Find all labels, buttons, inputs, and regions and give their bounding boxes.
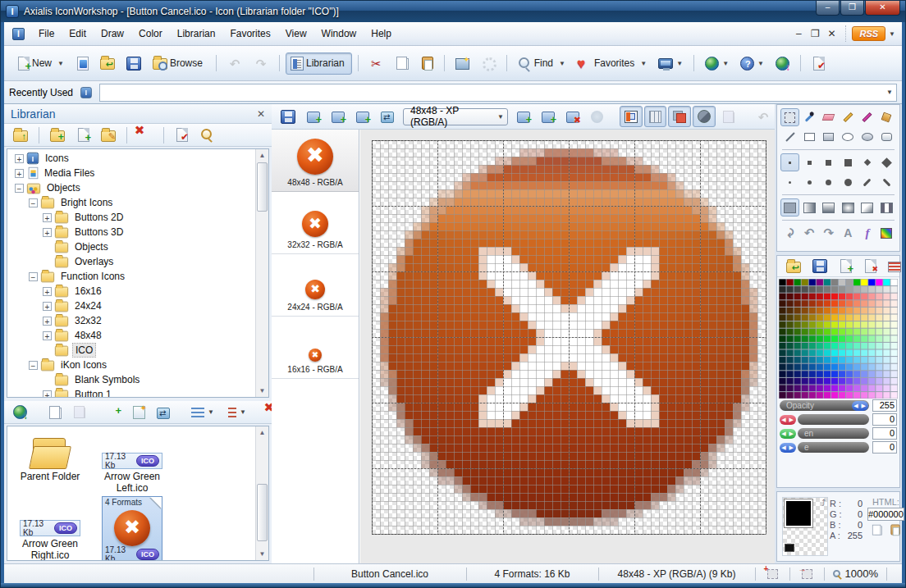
diamond-small-tool[interactable]	[858, 153, 876, 171]
eraser-tool[interactable]	[819, 108, 838, 126]
slider-value-field[interactable]: 255	[872, 399, 897, 412]
web-download-button[interactable]	[771, 52, 794, 75]
convert-icon-button[interactable]	[152, 402, 175, 423]
chevron-down-icon[interactable]: ▼	[886, 89, 893, 96]
colors-tool[interactable]	[877, 224, 896, 242]
delete-format-button[interactable]	[561, 106, 584, 127]
size-2-tool[interactable]	[800, 153, 819, 171]
close-button[interactable]: ✕	[865, 1, 900, 16]
open-palette-button[interactable]	[781, 256, 806, 277]
new-palette-button[interactable]	[834, 255, 857, 277]
close-icon[interactable]: ✕	[257, 108, 265, 120]
rotate-left-tool[interactable]	[780, 224, 799, 242]
save-button[interactable]	[121, 52, 146, 75]
download-button[interactable]	[8, 401, 32, 423]
tree-item-objects[interactable]: Objects	[7, 239, 255, 254]
chevron-down-icon[interactable]: ▼	[57, 60, 64, 67]
menu-favorites[interactable]: Favorites	[222, 25, 277, 43]
blue-slider[interactable]: ◀ ▶e0	[777, 440, 899, 454]
scroll-down-icon[interactable]: ▼	[256, 548, 268, 560]
new-folder-button[interactable]	[45, 125, 70, 146]
menu-librarian[interactable]: Librarian	[170, 25, 223, 43]
swap-colors-icon[interactable]: ⤴	[821, 498, 826, 508]
chevron-down-icon[interactable]: ▼	[676, 60, 683, 67]
fill-solid-tool[interactable]	[780, 198, 799, 217]
tree-item-ikon-icons[interactable]: −iKon Icons	[7, 358, 255, 372]
format-item-32x32[interactable]: 32x32 - RGB/A	[272, 192, 359, 254]
rect-filled-tool[interactable]	[819, 128, 838, 146]
color-palette[interactable]	[779, 279, 898, 399]
new-button[interactable]: New▼	[11, 52, 69, 75]
librarian-button[interactable]: Librarian	[286, 52, 352, 75]
format-item-48x48[interactable]: 48x48 - RGB/A	[272, 130, 359, 192]
expand-icon[interactable]: +	[43, 213, 52, 222]
dot-1-tool[interactable]	[780, 173, 799, 191]
new-format-from-image-button[interactable]	[327, 106, 350, 127]
tree-item-ico[interactable]: ICO	[7, 343, 255, 358]
delete-button[interactable]	[133, 124, 158, 146]
toggle-format-panel-button[interactable]	[620, 106, 643, 127]
fill-tool[interactable]	[877, 108, 896, 126]
paste-html-icon[interactable]	[891, 525, 900, 536]
delete-palette-button[interactable]	[858, 255, 881, 277]
expand-icon[interactable]: +	[43, 331, 52, 340]
parent-folder-button[interactable]	[8, 125, 33, 146]
palette-list-button[interactable]	[883, 256, 906, 276]
tree-item-objects[interactable]: −Objects	[7, 180, 255, 195]
paste-button[interactable]	[415, 52, 438, 74]
chevron-down-icon[interactable]: ▼	[722, 60, 729, 67]
import-image-button[interactable]	[351, 106, 374, 127]
add-icon-button[interactable]	[102, 401, 126, 423]
chevron-down-icon[interactable]: ▼	[757, 60, 764, 67]
ellipse-tool[interactable]	[839, 128, 858, 146]
tree-item-16x16[interactable]: +16x16	[7, 284, 255, 299]
document-icon[interactable]: I	[12, 28, 25, 40]
help-button[interactable]: ▼	[735, 52, 769, 75]
find-button[interactable]: Find▼	[513, 52, 570, 75]
gradient-bars-tool[interactable]	[877, 198, 896, 217]
tree-item-media-files[interactable]: +Media Files	[7, 166, 255, 180]
eyedropper-tool[interactable]	[800, 108, 819, 126]
foreground-color-swatch[interactable]	[785, 499, 812, 527]
pencil-tool[interactable]	[839, 108, 858, 126]
green-slider[interactable]: ◀ ▶en0	[777, 426, 899, 440]
slider-value-field[interactable]: 0	[872, 441, 897, 454]
dot-4-tool[interactable]	[839, 173, 858, 191]
slider-value-field[interactable]: 0	[872, 413, 897, 426]
recently-used-field[interactable]: ▼	[99, 84, 897, 102]
menu-draw[interactable]: Draw	[94, 25, 131, 43]
gradient-horizontal-tool[interactable]	[800, 198, 819, 217]
menu-file[interactable]: File	[31, 25, 62, 43]
slider-arrows[interactable]: ◀ ▶	[780, 415, 796, 425]
icon-wizard-button[interactable]	[128, 402, 150, 423]
save-icon-button[interactable]	[276, 106, 300, 128]
background-color-swatch[interactable]	[785, 544, 794, 552]
slider-arrows[interactable]: ◀ ▶	[780, 429, 796, 439]
line-tool[interactable]	[780, 128, 799, 146]
format-item-24x24[interactable]: 24x24 - RGB/A	[272, 254, 359, 317]
zoom-indicator[interactable]: 1000%	[825, 567, 886, 580]
slash-tool[interactable]	[858, 173, 876, 191]
toggle-transparency-button[interactable]	[693, 106, 716, 127]
tree-item-bright-icons[interactable]: −Bright Icons	[7, 195, 255, 210]
backslash-tool[interactable]	[877, 173, 896, 191]
menu-window[interactable]: Window	[314, 25, 364, 43]
chevron-down-icon[interactable]: ▼	[889, 30, 895, 38]
file-item-parent-folder[interactable]: Parent Folder	[9, 426, 91, 494]
expand-icon[interactable]: +	[15, 169, 24, 178]
browse-button[interactable]: Browse	[148, 52, 210, 74]
opacity-slider[interactable]: ◀ ▶Opacity255	[777, 399, 899, 413]
save-palette-button[interactable]	[808, 255, 832, 277]
chevron-down-icon[interactable]: ▼	[640, 60, 647, 67]
mdi-minimize-button[interactable]: –	[790, 28, 807, 39]
toggle-grid-button[interactable]	[644, 106, 666, 127]
function-tool[interactable]	[858, 224, 876, 242]
duplicate-format-button[interactable]	[537, 106, 560, 127]
minimize-button[interactable]: –	[816, 1, 840, 16]
expand-icon[interactable]: +	[43, 317, 52, 326]
new-from-template-button[interactable]	[71, 52, 94, 75]
gradient-vertical-tool[interactable]	[819, 198, 838, 217]
format-item-16x16[interactable]: 16x16 - RGB/A	[272, 317, 359, 379]
chevron-down-icon[interactable]: ▼	[559, 60, 565, 67]
screen-capture-button[interactable]	[451, 52, 474, 74]
